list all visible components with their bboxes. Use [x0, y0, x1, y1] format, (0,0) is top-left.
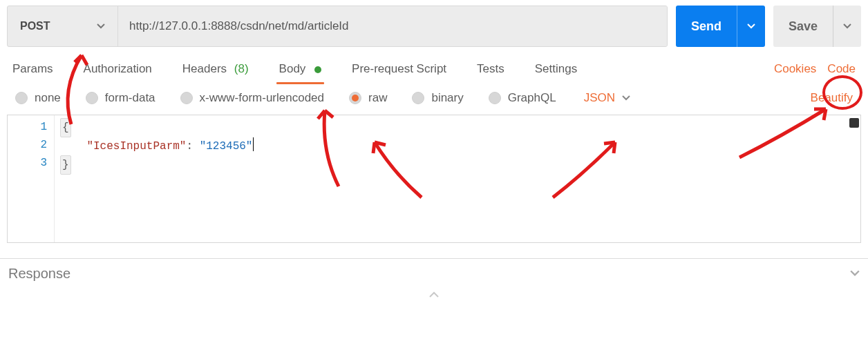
tab-params[interactable]: Params [12, 55, 53, 83]
request-url-input[interactable] [118, 6, 667, 46]
tab-authorization[interactable]: Authorization [84, 55, 152, 83]
send-button-dropdown[interactable] [737, 6, 765, 47]
radio-selected-icon [349, 92, 361, 104]
save-button-label: Save [773, 19, 833, 34]
code-line: { [60, 118, 855, 137]
cookies-link[interactable]: Cookies [774, 62, 816, 76]
radio-icon [489, 92, 501, 104]
minimap-scroll-icon[interactable] [849, 118, 859, 128]
body-type-none[interactable]: none [15, 91, 61, 105]
http-method-value: POST [20, 20, 50, 32]
editor-code[interactable]: { "IcesInputParm": "123456" } [55, 115, 860, 242]
tab-prerequest[interactable]: Pre-request Script [352, 55, 446, 83]
footer-expand-icon[interactable] [0, 289, 868, 304]
tab-tests[interactable]: Tests [477, 55, 504, 83]
body-type-form-data[interactable]: form-data [86, 91, 155, 105]
radio-icon [86, 92, 98, 104]
tab-body[interactable]: Body [279, 55, 321, 83]
caret-down-icon [97, 22, 105, 30]
raw-content-type-select[interactable]: JSON [584, 91, 630, 105]
send-button-label: Send [676, 19, 737, 34]
http-method-select[interactable]: POST [8, 6, 118, 46]
tab-headers[interactable]: Headers (8) [182, 55, 249, 83]
body-type-binary[interactable]: binary [412, 91, 463, 105]
radio-icon [180, 92, 193, 104]
code-line: } [60, 155, 855, 175]
body-modified-dot-icon [314, 66, 321, 73]
caret-down-icon [850, 266, 860, 282]
response-label: Response [8, 266, 70, 282]
body-type-raw[interactable]: raw [349, 91, 387, 105]
beautify-link[interactable]: Beautify [811, 91, 853, 105]
body-type-row: none form-data x-www-form-urlencoded raw… [0, 86, 868, 110]
radio-icon [15, 92, 28, 104]
body-type-x-www-form-urlencoded[interactable]: x-www-form-urlencoded [180, 91, 324, 105]
save-button-dropdown[interactable] [833, 6, 861, 47]
method-url-group: POST [7, 6, 668, 47]
response-section-header[interactable]: Response [0, 258, 868, 289]
request-body-editor[interactable]: 1 2 3 { "IcesInputParm": "123456" } [7, 115, 861, 243]
editor-gutter: 1 2 3 [8, 115, 55, 242]
text-cursor-icon [253, 137, 254, 151]
request-tabs: Params Authorization Headers (8) Body Pr… [0, 52, 868, 86]
caret-down-icon [622, 94, 630, 102]
radio-icon [412, 92, 424, 104]
save-button[interactable]: Save [773, 6, 861, 47]
headers-count: (8) [234, 62, 249, 75]
send-button[interactable]: Send [676, 6, 765, 47]
code-link[interactable]: Code [827, 62, 856, 76]
code-line: "IcesInputParm": "123456" [60, 137, 855, 155]
tab-settings[interactable]: Settings [535, 55, 577, 83]
body-type-graphql[interactable]: GraphQL [489, 91, 556, 105]
